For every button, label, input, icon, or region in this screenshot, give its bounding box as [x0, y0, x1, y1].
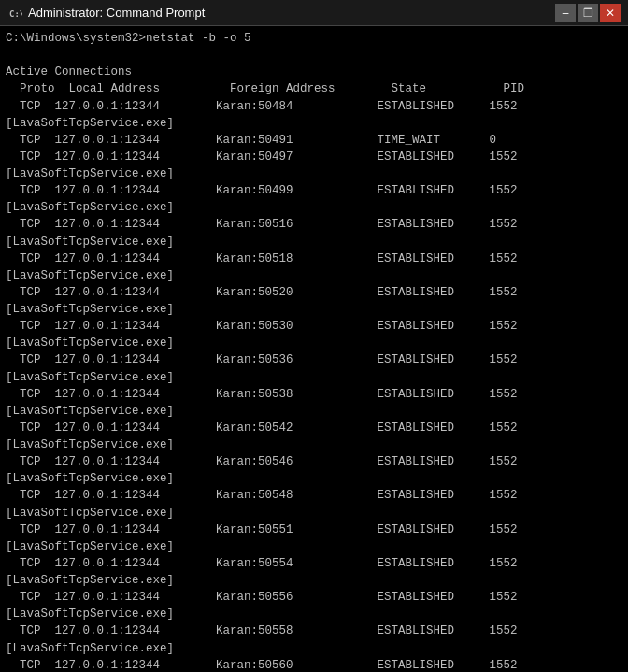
close-button[interactable]: ✕: [600, 4, 621, 22]
service-line: [LavaSoftTcpService.exe]: [6, 572, 622, 589]
title-bar: C:\ Administrator: Command Prompt – ❐ ✕: [0, 0, 628, 26]
netstat-row: TCP 127.0.0.1:12344 Karan:50556 ESTABLIS…: [6, 589, 622, 606]
netstat-row: TCP 127.0.0.1:12344 Karan:50491 TIME_WAI…: [6, 132, 622, 149]
netstat-row: TCP 127.0.0.1:12344 Karan:50499 ESTABLIS…: [6, 182, 622, 199]
service-line: [LavaSoftTcpService.exe]: [6, 436, 622, 453]
app-icon: C:\: [7, 6, 22, 21]
maximize-button[interactable]: ❐: [578, 4, 598, 22]
terminal-output: C:\Windows\system32>netstat -b -o 5 Acti…: [0, 26, 628, 672]
service-line: [LavaSoftTcpService.exe]: [6, 165, 622, 182]
service-line: [LavaSoftTcpService.exe]: [6, 640, 622, 657]
service-line: [LavaSoftTcpService.exe]: [6, 267, 622, 284]
netstat-row: TCP 127.0.0.1:12344 Karan:50530 ESTABLIS…: [6, 318, 622, 335]
netstat-row: TCP 127.0.0.1:12344 Karan:50538 ESTABLIS…: [6, 386, 622, 403]
window-controls: – ❐ ✕: [555, 4, 621, 22]
netstat-row: TCP 127.0.0.1:12344 Karan:50536 ESTABLIS…: [6, 351, 622, 368]
service-line: [LavaSoftTcpService.exe]: [6, 470, 622, 487]
netstat-row: TCP 127.0.0.1:12344 Karan:50548 ESTABLIS…: [6, 487, 622, 504]
service-line: [LavaSoftTcpService.exe]: [6, 369, 622, 386]
netstat-row: TCP 127.0.0.1:12344 Karan:50554 ESTABLIS…: [6, 555, 622, 572]
netstat-row: TCP 127.0.0.1:12344 Karan:50542 ESTABLIS…: [6, 420, 622, 436]
service-line: [LavaSoftTcpService.exe]: [6, 403, 622, 420]
service-line: [LavaSoftTcpService.exe]: [6, 115, 622, 132]
service-line: [LavaSoftTcpService.exe]: [6, 335, 622, 351]
svg-text:C:\: C:\: [9, 9, 22, 19]
title-bar-left: C:\ Administrator: Command Prompt: [7, 6, 205, 21]
netstat-row: TCP 127.0.0.1:12344 Karan:50520 ESTABLIS…: [6, 284, 622, 301]
active-connections-header: Active Connections: [6, 47, 622, 80]
netstat-row: TCP 127.0.0.1:12344 Karan:50546 ESTABLIS…: [6, 453, 622, 470]
service-line: [LavaSoftTcpService.exe]: [6, 606, 622, 622]
service-line: [LavaSoftTcpService.exe]: [6, 234, 622, 250]
service-line: [LavaSoftTcpService.exe]: [6, 538, 622, 555]
column-headers: Proto Local Address Foreign Address Stat…: [6, 80, 622, 97]
service-line: [LavaSoftTcpService.exe]: [6, 505, 622, 522]
minimize-button[interactable]: –: [555, 4, 576, 22]
netstat-row: TCP 127.0.0.1:12344 Karan:50484 ESTABLIS…: [6, 98, 622, 115]
netstat-row: TCP 127.0.0.1:12344 Karan:50560 ESTABLIS…: [6, 657, 622, 672]
netstat-row: TCP 127.0.0.1:12344 Karan:50551 ESTABLIS…: [6, 522, 622, 538]
command-line: C:\Windows\system32>netstat -b -o 5: [6, 30, 622, 47]
netstat-row: TCP 127.0.0.1:12344 Karan:50516 ESTABLIS…: [6, 216, 622, 233]
window-title: Administrator: Command Prompt: [28, 6, 205, 20]
netstat-row: TCP 127.0.0.1:12344 Karan:50518 ESTABLIS…: [6, 250, 622, 267]
service-line: [LavaSoftTcpService.exe]: [6, 301, 622, 318]
netstat-row: TCP 127.0.0.1:12344 Karan:50497 ESTABLIS…: [6, 149, 622, 165]
service-line: [LavaSoftTcpService.exe]: [6, 199, 622, 216]
netstat-row: TCP 127.0.0.1:12344 Karan:50558 ESTABLIS…: [6, 622, 622, 639]
